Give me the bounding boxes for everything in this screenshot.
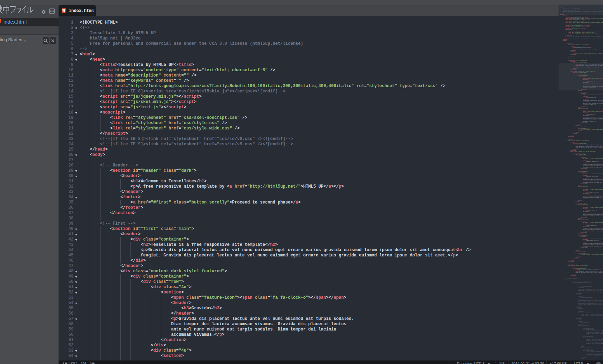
svg-text:1: 1 xyxy=(76,362,78,364)
svg-text:426: 426 xyxy=(80,362,86,364)
svg-text:1: 1 xyxy=(68,362,70,364)
